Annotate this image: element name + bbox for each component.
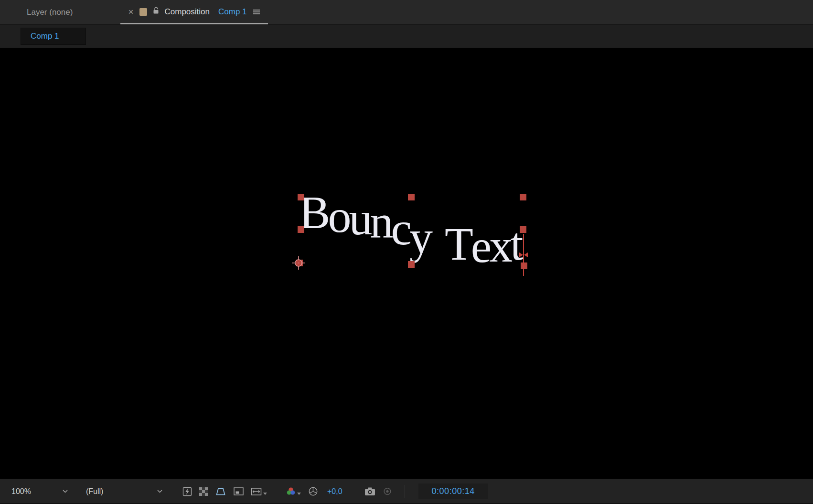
composition-navigator: Comp 1 bbox=[0, 25, 813, 48]
tab-layer-label: Layer (none) bbox=[27, 8, 73, 17]
selection-handle-mid-right[interactable] bbox=[520, 226, 526, 233]
resolution-value: (Full) bbox=[86, 487, 103, 496]
take-snapshot-icon[interactable] bbox=[364, 487, 375, 496]
resolution-dropdown[interactable]: (Full) bbox=[86, 487, 162, 496]
text-letter: u bbox=[349, 195, 370, 242]
chevron-down-icon bbox=[63, 490, 68, 493]
fast-previews-icon[interactable] bbox=[182, 487, 192, 496]
selection-handle-mid-left[interactable] bbox=[298, 226, 304, 233]
composition-viewport[interactable]: Bouncy Text bbox=[0, 48, 813, 479]
tab-composition[interactable]: × Composition Comp 1 bbox=[120, 0, 267, 24]
show-snapshot-icon[interactable] bbox=[383, 487, 392, 495]
channel-settings-icon[interactable] bbox=[286, 487, 301, 496]
chevron-down-icon bbox=[297, 493, 301, 495]
panel-menu-icon[interactable] bbox=[253, 9, 260, 15]
mask-visibility-icon[interactable] bbox=[215, 487, 226, 496]
grid-guides-options-icon[interactable] bbox=[251, 487, 267, 496]
selection-handle-top-left[interactable] bbox=[298, 194, 304, 200]
tab-composition-label: Composition bbox=[165, 7, 210, 17]
divider bbox=[405, 485, 405, 498]
text-letter: T bbox=[445, 220, 471, 267]
selection-handle-top-right[interactable] bbox=[520, 194, 526, 200]
panel-tab-bar: Layer (none) × Composition Comp 1 bbox=[0, 0, 813, 25]
panel-icon bbox=[139, 8, 147, 16]
exposure-value[interactable]: +0,0 bbox=[327, 487, 342, 496]
timecode-display[interactable]: 0:00:00:14 bbox=[418, 483, 488, 499]
exposure-aperture-icon[interactable] bbox=[308, 486, 318, 496]
transparency-grid-icon[interactable] bbox=[199, 487, 208, 496]
selection-handle-bottom-right[interactable] bbox=[521, 262, 527, 269]
viewer-status-bar: 100% (Full) bbox=[0, 479, 813, 504]
region-of-interest-icon[interactable] bbox=[234, 487, 244, 495]
close-icon[interactable]: × bbox=[128, 7, 133, 16]
chevron-down-icon bbox=[263, 493, 267, 495]
text-letter: c bbox=[391, 205, 409, 252]
text-letter: e bbox=[471, 223, 490, 270]
text-letter: x bbox=[489, 222, 510, 269]
selection-handle-bottom-center[interactable] bbox=[408, 261, 415, 268]
text-letter bbox=[430, 215, 445, 262]
chevron-down-icon bbox=[157, 490, 162, 493]
text-letter: o bbox=[328, 193, 349, 240]
tab-layer[interactable]: Layer (none) bbox=[19, 0, 80, 24]
unlock-icon[interactable] bbox=[153, 7, 159, 17]
text-letter: y bbox=[409, 214, 430, 261]
text-cursor-marker bbox=[519, 251, 528, 260]
selection-handle-top-center[interactable] bbox=[408, 194, 415, 200]
zoom-dropdown[interactable]: 100% bbox=[11, 487, 68, 496]
anchor-point-icon[interactable] bbox=[291, 256, 306, 272]
zoom-value: 100% bbox=[11, 487, 31, 496]
tab-composition-comp-name: Comp 1 bbox=[218, 7, 247, 17]
comp-breadcrumb-button[interactable]: Comp 1 bbox=[21, 28, 86, 45]
text-letter: n bbox=[370, 198, 391, 245]
